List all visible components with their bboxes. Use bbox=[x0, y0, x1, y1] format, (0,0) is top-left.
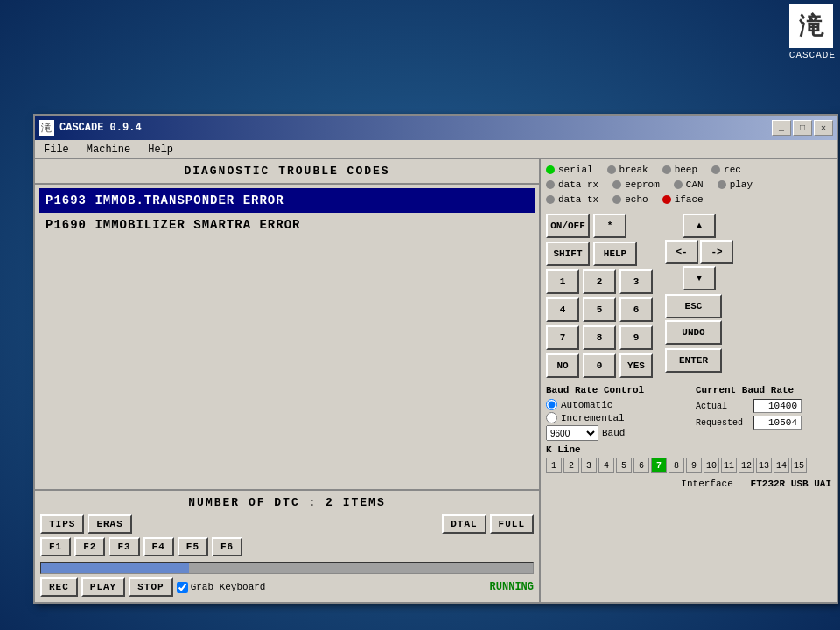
kline-9[interactable]: 9 bbox=[686, 458, 702, 473]
kline-5[interactable]: 5 bbox=[616, 458, 632, 473]
f3-button[interactable]: F3 bbox=[108, 537, 139, 556]
dtc-item-0[interactable]: P1693 IMMOB.TRANSPONDER ERROR bbox=[38, 188, 536, 213]
baud-incremental-radio[interactable] bbox=[546, 412, 557, 424]
key-5[interactable]: 5 bbox=[583, 298, 616, 322]
key-8[interactable]: 8 bbox=[583, 326, 616, 350]
grab-keyboard-checkbox[interactable] bbox=[177, 582, 188, 593]
enter-button[interactable]: ENTER bbox=[665, 348, 722, 373]
eras-button[interactable]: ERAS bbox=[88, 514, 131, 534]
kline-14[interactable]: 14 bbox=[774, 458, 789, 473]
star-button[interactable]: * bbox=[593, 214, 626, 238]
f2-button[interactable]: F2 bbox=[74, 537, 105, 556]
menu-machine[interactable]: Machine bbox=[81, 143, 136, 157]
keypad-row-4: 7 8 9 bbox=[546, 326, 653, 350]
rec-button[interactable]: REC bbox=[40, 578, 78, 597]
status-row-1: serial break beep rec bbox=[546, 164, 831, 175]
led-iface bbox=[662, 195, 671, 204]
kline-numbers: 1 2 3 4 5 6 7 8 9 10 11 12 13 14 bbox=[546, 458, 831, 473]
keypad-section: ON/OFF * SHIFT HELP 1 2 3 bbox=[546, 214, 831, 378]
nav-left-button[interactable]: <- bbox=[665, 240, 698, 264]
key-7[interactable]: 7 bbox=[546, 326, 579, 350]
status-row-3: data tx echo iface bbox=[546, 194, 831, 205]
main-content: DIAGNOSTIC TROUBLE CODES P1693 IMMOB.TRA… bbox=[35, 159, 836, 602]
interface-label: Interface bbox=[681, 479, 732, 489]
kline-6[interactable]: 6 bbox=[634, 458, 649, 473]
desktop: 滝 CASCADE 滝 CASCADE 0.9.4 _ □ ✕ File Mac… bbox=[0, 0, 840, 630]
key-4[interactable]: 4 bbox=[546, 298, 579, 322]
indicator-iface: iface bbox=[662, 194, 704, 205]
baud-control-title: Baud Rate Control bbox=[546, 385, 682, 396]
baud-automatic-radio[interactable] bbox=[546, 399, 557, 410]
kline-7[interactable]: 7 bbox=[651, 458, 667, 473]
kline-15[interactable]: 15 bbox=[791, 458, 807, 473]
led-datatx bbox=[546, 195, 555, 204]
nav-controls: ▲ <- -> ▼ ESC bbox=[665, 214, 733, 378]
kline-13[interactable]: 13 bbox=[756, 458, 772, 473]
menu-help[interactable]: Help bbox=[143, 143, 178, 157]
kline-4[interactable]: 4 bbox=[598, 458, 614, 473]
key-1[interactable]: 1 bbox=[546, 270, 579, 294]
dtc-footer: NUMBER OF DTC : 2 ITEMS TIPS ERAS DTAL F… bbox=[35, 489, 539, 602]
nav-lr-row: <- -> bbox=[665, 240, 733, 264]
play-button[interactable]: PLAY bbox=[81, 578, 125, 597]
led-serial bbox=[546, 165, 555, 174]
kline-2[interactable]: 2 bbox=[564, 458, 579, 473]
indicator-eeprom: eeprom bbox=[612, 179, 660, 190]
key-0[interactable]: 0 bbox=[583, 354, 616, 378]
maximize-button[interactable]: □ bbox=[793, 120, 812, 136]
menu-file[interactable]: File bbox=[38, 143, 74, 157]
led-beep bbox=[662, 165, 671, 174]
main-window: 滝 CASCADE 0.9.4 _ □ ✕ File Machine Help … bbox=[33, 114, 838, 604]
interface-line: Interface FT232R USB UAI bbox=[546, 479, 831, 489]
f4-button[interactable]: F4 bbox=[144, 537, 174, 556]
status-indicators: serial break beep rec bbox=[546, 164, 831, 206]
key-6[interactable]: 6 bbox=[620, 298, 653, 322]
f1-button[interactable]: F1 bbox=[40, 537, 71, 556]
kline-11[interactable]: 11 bbox=[721, 458, 737, 473]
actual-baud-row: Actual 10400 bbox=[696, 399, 831, 413]
status-row-2: data rx eeprom CAN play bbox=[546, 179, 831, 190]
dtal-button[interactable]: DTAL bbox=[442, 514, 486, 534]
dtc-list: P1693 IMMOB.TRANSPONDER ERROR P1690 IMMO… bbox=[35, 185, 539, 489]
keypad-row-5: NO 0 YES bbox=[546, 354, 653, 378]
nav-right-button[interactable]: -> bbox=[700, 240, 733, 264]
esc-button[interactable]: ESC bbox=[665, 294, 722, 318]
tips-button[interactable]: TIPS bbox=[40, 514, 84, 534]
kline-10[interactable]: 10 bbox=[704, 458, 719, 473]
undo-button[interactable]: UNDO bbox=[665, 320, 722, 345]
onoff-button[interactable]: ON/OFF bbox=[546, 214, 590, 238]
key-2[interactable]: 2 bbox=[583, 270, 616, 294]
kline-section: K Line 1 2 3 4 5 6 7 8 9 10 11 12 bbox=[546, 444, 831, 473]
kline-8[interactable]: 8 bbox=[668, 458, 684, 473]
kline-3[interactable]: 3 bbox=[581, 458, 597, 473]
dtc-count: NUMBER OF DTC : 2 ITEMS bbox=[40, 496, 534, 509]
minimize-button[interactable]: _ bbox=[772, 120, 791, 136]
indicator-play: play bbox=[718, 179, 752, 190]
dtc-header: DIAGNOSTIC TROUBLE CODES bbox=[35, 159, 539, 185]
full-button[interactable]: FULL bbox=[490, 514, 534, 534]
no-button[interactable]: NO bbox=[546, 354, 579, 378]
f5-button[interactable]: F5 bbox=[178, 537, 208, 556]
esc-undo: ESC UNDO bbox=[665, 294, 733, 345]
led-can bbox=[674, 180, 682, 189]
nav-down-row: ▼ bbox=[665, 266, 733, 290]
stop-button[interactable]: STOP bbox=[129, 578, 172, 597]
close-button[interactable]: ✕ bbox=[814, 120, 833, 136]
f6-button[interactable]: F6 bbox=[212, 537, 242, 556]
key-3[interactable]: 3 bbox=[620, 270, 653, 294]
help-button[interactable]: HELP bbox=[593, 242, 637, 266]
keypad-row-3: 4 5 6 bbox=[546, 298, 653, 322]
kline-12[interactable]: 12 bbox=[738, 458, 754, 473]
dtc-item-1[interactable]: P1690 IMMOBILIZER SMARTRA ERROR bbox=[38, 213, 536, 237]
key-9[interactable]: 9 bbox=[620, 326, 653, 350]
kline-1[interactable]: 1 bbox=[546, 458, 562, 473]
baud-select[interactable]: 9600 19200 38400 bbox=[546, 425, 598, 441]
cascade-watermark: 滝 CASCADE bbox=[789, 4, 836, 60]
keypad-row-2: 1 2 3 bbox=[546, 270, 653, 294]
shift-button[interactable]: SHIFT bbox=[546, 242, 590, 266]
nav-up-button[interactable]: ▲ bbox=[682, 214, 716, 238]
led-datarx bbox=[546, 180, 555, 189]
yes-button[interactable]: YES bbox=[620, 354, 653, 378]
nav-down-button[interactable]: ▼ bbox=[682, 266, 716, 290]
indicator-beep: beep bbox=[662, 164, 697, 175]
